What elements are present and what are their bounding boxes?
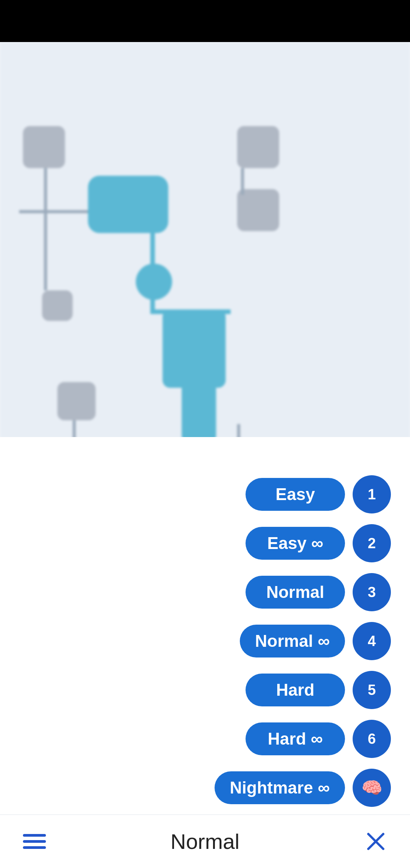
normal-button[interactable]: Normal (246, 576, 345, 609)
difficulty-panel: Easy 1 Easy ∞ 2 Normal 3 Normal ∞ 4 Hard… (0, 437, 410, 868)
bottom-nav: Normal (0, 815, 410, 868)
option-row-hard: Hard 5 (246, 671, 391, 709)
hard-inf-icon[interactable]: 6 (353, 720, 391, 758)
hard-icon[interactable]: 5 (353, 671, 391, 709)
option-row-normal-inf: Normal ∞ 4 (240, 622, 391, 660)
map-node (237, 189, 279, 231)
blue-map-line (150, 233, 155, 266)
map-node (23, 126, 65, 168)
easy-button[interactable]: Easy (246, 478, 345, 511)
blue-map-line (150, 309, 231, 314)
easy-inf-button[interactable]: Easy ∞ (246, 527, 345, 560)
option-row-normal: Normal 3 (246, 573, 391, 611)
map-node (42, 290, 73, 321)
normal-inf-button[interactable]: Normal ∞ (240, 625, 345, 657)
nightmare-inf-icon[interactable]: 🧠 (353, 769, 391, 807)
normal-icon[interactable]: 3 (353, 573, 391, 611)
option-row-easy-inf: Easy ∞ 2 (246, 524, 391, 562)
map-node (237, 126, 279, 168)
nav-title: Normal (171, 829, 239, 854)
blue-map-node (163, 309, 226, 388)
nightmare-inf-button[interactable]: Nightmare ∞ (215, 771, 345, 804)
map-line (241, 168, 244, 195)
map-node (57, 382, 96, 420)
option-row-nightmare-inf: Nightmare ∞ 🧠 (215, 769, 391, 807)
blue-map-line (195, 386, 200, 405)
options-area: Easy 1 Easy ∞ 2 Normal 3 Normal ∞ 4 Hard… (0, 460, 410, 815)
option-row-hard-inf: Hard ∞ 6 (246, 720, 391, 758)
hard-button[interactable]: Hard (246, 674, 345, 706)
panel-fade (0, 437, 410, 460)
menu-line-1 (23, 834, 46, 837)
menu-button[interactable] (23, 834, 46, 849)
status-bar (0, 0, 410, 42)
option-row-easy: Easy 1 (246, 475, 391, 513)
map-line (44, 168, 47, 290)
blue-map-node (136, 264, 172, 300)
menu-line-3 (23, 846, 46, 849)
normal-inf-icon[interactable]: 4 (353, 622, 391, 660)
menu-line-2 (23, 840, 46, 843)
hard-inf-button[interactable]: Hard ∞ (246, 722, 345, 755)
blue-map-node (88, 176, 168, 233)
easy-icon[interactable]: 1 (353, 475, 391, 513)
close-button[interactable] (364, 830, 387, 853)
easy-inf-icon[interactable]: 2 (353, 524, 391, 562)
